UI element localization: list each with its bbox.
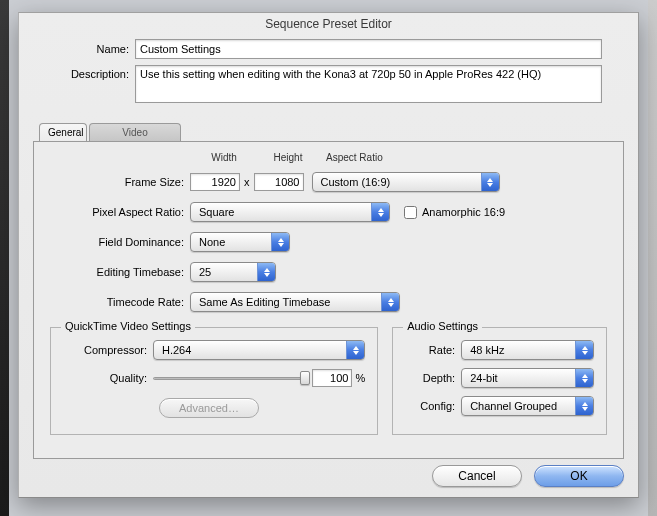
background-strip-left — [0, 0, 9, 516]
aspect-ratio-value: Custom (16:9) — [321, 176, 391, 188]
footer-buttons: Cancel OK — [432, 465, 624, 487]
header-aspect: Aspect Ratio — [326, 152, 383, 163]
audio-group-title: Audio Settings — [403, 320, 482, 332]
quality-value-input[interactable] — [312, 369, 352, 387]
chevron-updown-icon — [481, 173, 499, 191]
chevron-updown-icon — [346, 341, 364, 359]
column-headers: Width Height Aspect Ratio — [196, 152, 607, 163]
general-panel: Width Height Aspect Ratio Frame Size: x … — [33, 141, 624, 459]
tab-general[interactable]: General — [39, 123, 87, 141]
dialog-sheet: Sequence Preset Editor Name: Description… — [18, 12, 639, 498]
chevron-updown-icon — [371, 203, 389, 221]
audio-depth-label: Depth: — [405, 372, 461, 384]
audio-config-value: Channel Grouped — [470, 400, 557, 412]
anamorphic-checkbox[interactable]: Anamorphic 16:9 — [404, 206, 505, 219]
pixel-aspect-ratio-popup[interactable]: Square — [190, 202, 390, 222]
audio-rate-popup[interactable]: 48 kHz — [461, 340, 594, 360]
quicktime-group-title: QuickTime Video Settings — [61, 320, 195, 332]
description-input[interactable]: Use this setting when editing with the K… — [135, 65, 602, 103]
tab-bar: General Video Processing — [35, 123, 622, 141]
name-input[interactable] — [135, 39, 602, 59]
editing-timebase-popup[interactable]: 25 — [190, 262, 276, 282]
x-separator: x — [244, 176, 250, 188]
chevron-updown-icon — [257, 263, 275, 281]
compressor-value: H.264 — [162, 344, 191, 356]
frame-height-input[interactable] — [254, 173, 304, 191]
field-dominance-value: None — [199, 236, 225, 248]
advanced-button: Advanced… — [159, 398, 259, 418]
audio-depth-popup[interactable]: 24-bit — [461, 368, 594, 388]
anamorphic-checkbox-input[interactable] — [404, 206, 417, 219]
field-dominance-popup[interactable]: None — [190, 232, 290, 252]
tab-video-processing[interactable]: Video Processing — [89, 123, 181, 141]
slider-track — [153, 377, 306, 380]
audio-depth-value: 24-bit — [470, 372, 498, 384]
name-label: Name: — [55, 43, 135, 55]
top-fields: Name: Description: Use this setting when… — [19, 39, 638, 117]
timecode-rate-label: Timecode Rate: — [50, 296, 190, 308]
percent-symbol: % — [355, 372, 365, 384]
audio-group: Audio Settings Rate: 48 kHz Depth: 24-bi… — [392, 327, 607, 435]
background-strip-right — [648, 0, 657, 516]
compressor-popup[interactable]: H.264 — [153, 340, 365, 360]
compressor-label: Compressor: — [63, 344, 153, 356]
audio-config-label: Config: — [405, 400, 461, 412]
timecode-rate-value: Same As Editing Timebase — [199, 296, 330, 308]
anamorphic-label: Anamorphic 16:9 — [422, 206, 505, 218]
audio-config-popup[interactable]: Channel Grouped — [461, 396, 594, 416]
editing-timebase-value: 25 — [199, 266, 211, 278]
dialog-title: Sequence Preset Editor — [19, 13, 638, 39]
ok-button[interactable]: OK — [534, 465, 624, 487]
frame-width-input[interactable] — [190, 173, 240, 191]
chevron-updown-icon — [575, 397, 593, 415]
description-label: Description: — [55, 65, 135, 80]
chevron-updown-icon — [575, 369, 593, 387]
field-dominance-label: Field Dominance: — [50, 236, 190, 248]
aspect-ratio-popup[interactable]: Custom (16:9) — [312, 172, 500, 192]
audio-rate-value: 48 kHz — [470, 344, 504, 356]
quicktime-group: QuickTime Video Settings Compressor: H.2… — [50, 327, 378, 435]
header-height: Height — [260, 152, 316, 163]
frame-size-label: Frame Size: — [50, 176, 190, 188]
editing-timebase-label: Editing Timebase: — [50, 266, 190, 278]
pixel-aspect-ratio-value: Square — [199, 206, 234, 218]
pixel-aspect-ratio-label: Pixel Aspect Ratio: — [50, 206, 190, 218]
chevron-updown-icon — [575, 341, 593, 359]
chevron-updown-icon — [381, 293, 399, 311]
audio-rate-label: Rate: — [405, 344, 461, 356]
quality-label: Quality: — [63, 372, 153, 384]
chevron-updown-icon — [271, 233, 289, 251]
slider-thumb[interactable] — [300, 371, 310, 385]
header-width: Width — [196, 152, 252, 163]
timecode-rate-popup[interactable]: Same As Editing Timebase — [190, 292, 400, 312]
quality-slider[interactable] — [153, 371, 306, 385]
cancel-button[interactable]: Cancel — [432, 465, 522, 487]
